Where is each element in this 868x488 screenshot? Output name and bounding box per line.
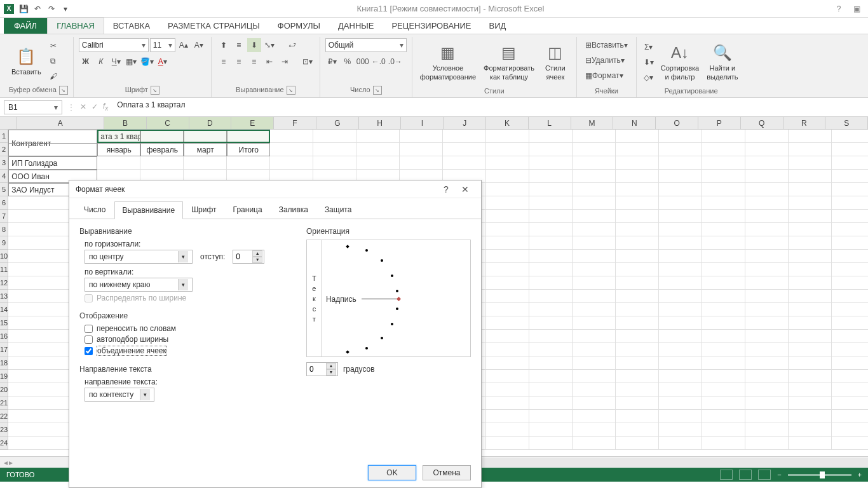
cell-I1[interactable] bbox=[400, 130, 443, 143]
merge-button[interactable]: ⊡▾ bbox=[301, 55, 315, 69]
cell-K18[interactable] bbox=[486, 356, 529, 370]
row-header-8[interactable]: 8 bbox=[0, 223, 8, 236]
cell-R23[interactable] bbox=[789, 423, 832, 437]
fill-button[interactable]: ⬇▾ bbox=[642, 55, 656, 69]
autosum-button[interactable]: Σ▾ bbox=[642, 40, 656, 54]
cell-Q20[interactable] bbox=[745, 383, 789, 396]
cell-S2[interactable] bbox=[832, 143, 868, 156]
delete-cells-button[interactable]: ⊟ Удалить ▾ bbox=[582, 53, 628, 67]
cell-R19[interactable] bbox=[789, 370, 832, 383]
cell-O9[interactable] bbox=[659, 236, 702, 250]
formula-input[interactable]: Оплата з 1 квартал bbox=[113, 100, 864, 114]
cell-Q15[interactable] bbox=[745, 316, 789, 330]
autofit-checkbox[interactable]: автоподбор ширины bbox=[85, 335, 294, 344]
row-header-17[interactable]: 17 bbox=[0, 343, 8, 356]
col-header-J[interactable]: J bbox=[444, 117, 486, 129]
percent-button[interactable]: % bbox=[341, 55, 355, 69]
cell-Q23[interactable] bbox=[745, 423, 789, 437]
cell-Q8[interactable] bbox=[745, 223, 789, 236]
col-header-O[interactable]: O bbox=[656, 117, 698, 129]
dialog-tab-border[interactable]: Граница bbox=[225, 201, 271, 219]
cell-C3[interactable] bbox=[140, 156, 184, 170]
cell-R8[interactable] bbox=[789, 223, 832, 236]
cell-K16[interactable] bbox=[486, 330, 529, 343]
col-header-D[interactable]: D bbox=[189, 117, 232, 129]
cell-I2[interactable] bbox=[400, 143, 443, 156]
align-top-button[interactable]: ⬆ bbox=[217, 38, 231, 52]
qat-customize[interactable]: ▾ bbox=[59, 3, 72, 15]
dialog-tab-number[interactable]: Число bbox=[76, 201, 114, 219]
cell-S12[interactable] bbox=[832, 276, 868, 290]
cell-S8[interactable] bbox=[832, 223, 868, 236]
dialog-tab-fill[interactable]: Заливка bbox=[271, 201, 316, 219]
row-header-21[interactable]: 21 bbox=[0, 396, 8, 410]
cell-L3[interactable] bbox=[529, 156, 573, 170]
cell-S22[interactable] bbox=[832, 410, 868, 423]
cell-K6[interactable] bbox=[486, 196, 529, 210]
currency-button[interactable]: ₽▾ bbox=[325, 55, 339, 69]
merge-cells-checkbox[interactable]: объединение ячеек bbox=[85, 346, 294, 356]
row-header-14[interactable]: 14 bbox=[0, 303, 8, 316]
cell-K24[interactable] bbox=[486, 437, 529, 450]
cell-R24[interactable] bbox=[789, 437, 832, 450]
cell-K10[interactable] bbox=[486, 250, 529, 263]
cell-M14[interactable] bbox=[573, 303, 616, 316]
cell-N15[interactable] bbox=[616, 316, 659, 330]
cell-P14[interactable] bbox=[702, 303, 745, 316]
alignment-launcher[interactable]: ↘ bbox=[287, 86, 295, 95]
col-header-N[interactable]: N bbox=[613, 117, 656, 129]
col-header-C[interactable]: C bbox=[147, 117, 189, 129]
cell-K15[interactable] bbox=[486, 316, 529, 330]
cell-Q24[interactable] bbox=[745, 437, 789, 450]
cell-S20[interactable] bbox=[832, 383, 868, 396]
cell-R4[interactable] bbox=[789, 170, 832, 183]
cell-D2[interactable]: март bbox=[184, 143, 227, 156]
cell-E1[interactable] bbox=[227, 130, 270, 143]
cell-L7[interactable] bbox=[529, 210, 573, 223]
cell-S4[interactable] bbox=[832, 170, 868, 183]
cell-N11[interactable] bbox=[616, 263, 659, 276]
cell-M16[interactable] bbox=[573, 330, 616, 343]
cell-M22[interactable] bbox=[573, 410, 616, 423]
cell-L2[interactable] bbox=[529, 143, 573, 156]
align-center-button[interactable]: ≡ bbox=[232, 55, 246, 69]
cell-N6[interactable] bbox=[616, 196, 659, 210]
cell-D1[interactable] bbox=[184, 130, 227, 143]
cell-R10[interactable] bbox=[789, 250, 832, 263]
cell-O22[interactable] bbox=[659, 410, 702, 423]
cell-K11[interactable] bbox=[486, 263, 529, 276]
cell-S5[interactable] bbox=[832, 183, 868, 196]
cell-M13[interactable] bbox=[573, 290, 616, 303]
row-header-10[interactable]: 10 bbox=[0, 250, 8, 263]
cell-S16[interactable] bbox=[832, 330, 868, 343]
cell-K2[interactable] bbox=[486, 143, 529, 156]
cell-N14[interactable] bbox=[616, 303, 659, 316]
cell-M3[interactable] bbox=[573, 156, 616, 170]
cell-H3[interactable] bbox=[356, 156, 400, 170]
cell-Q14[interactable] bbox=[745, 303, 789, 316]
cell-P17[interactable] bbox=[702, 343, 745, 356]
orientation-dial[interactable]: Надпись bbox=[322, 240, 470, 356]
dialog-tab-font[interactable]: Шрифт bbox=[183, 201, 224, 219]
cell-M10[interactable] bbox=[573, 250, 616, 263]
cell-Q4[interactable] bbox=[745, 170, 789, 183]
font-color-button[interactable]: A▾ bbox=[156, 55, 170, 69]
fx-icon[interactable]: fx bbox=[103, 102, 108, 112]
cell-N21[interactable] bbox=[616, 396, 659, 410]
tab-file[interactable]: ФАЙЛ bbox=[4, 18, 47, 34]
decrease-font-button[interactable]: A▾ bbox=[192, 38, 206, 52]
cell-M19[interactable] bbox=[573, 370, 616, 383]
cell-L17[interactable] bbox=[529, 343, 573, 356]
underline-button[interactable]: Ч▾ bbox=[109, 55, 123, 69]
cell-P21[interactable] bbox=[702, 396, 745, 410]
cell-K23[interactable] bbox=[486, 423, 529, 437]
cell-P10[interactable] bbox=[702, 250, 745, 263]
cell-S17[interactable] bbox=[832, 343, 868, 356]
row-header-5[interactable]: 5 bbox=[0, 183, 8, 196]
cell-Q2[interactable] bbox=[745, 143, 789, 156]
dialog-help-button[interactable]: ? bbox=[437, 184, 456, 194]
cell-K4[interactable] bbox=[486, 170, 529, 183]
italic-button[interactable]: К bbox=[94, 55, 108, 69]
align-right-button[interactable]: ≡ bbox=[247, 55, 261, 69]
cell-M23[interactable] bbox=[573, 423, 616, 437]
